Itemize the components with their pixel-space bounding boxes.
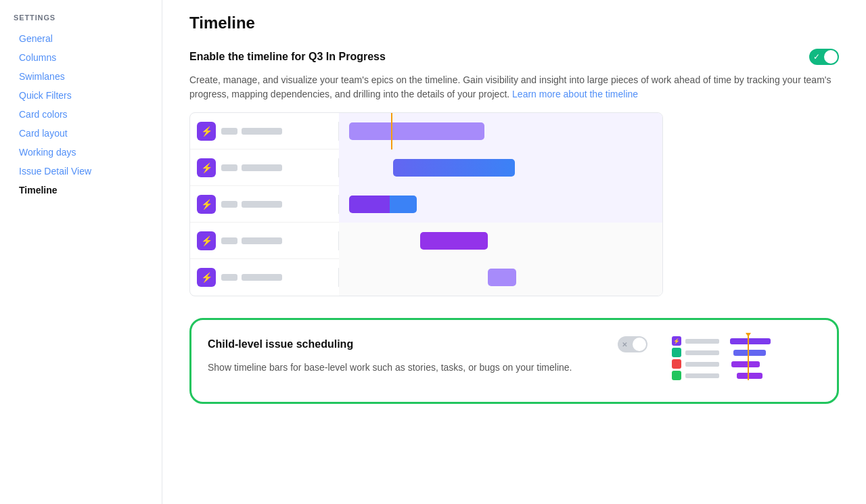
row-right-2: [339, 150, 662, 186]
row-right-1: [339, 113, 662, 150]
sidebar-item-general[interactable]: General: [14, 30, 162, 47]
label-long-2: [242, 164, 282, 171]
child-section-preview: ⚡: [672, 336, 821, 380]
epic-icon-2: ⚡: [197, 158, 216, 177]
child-section-title: Child-level issue scheduling: [208, 338, 353, 350]
sidebar-item-card-layout[interactable]: Card layout: [14, 124, 162, 142]
row-left-1: ⚡: [190, 122, 339, 141]
mini-label-1: [685, 339, 719, 344]
timeline-row-3: ⚡: [190, 186, 662, 223]
label-small-3: [221, 201, 237, 208]
app-layout: SETTINGS General Columns Swimlanes Quick…: [0, 0, 866, 504]
sidebar-item-swimlanes[interactable]: Swimlanes: [14, 68, 162, 85]
learn-more-link[interactable]: Learn more about the timeline: [512, 89, 638, 99]
timeline-marker: [391, 113, 392, 150]
enable-section-description: Create, manage, and visualize your team'…: [189, 73, 839, 101]
settings-label: SETTINGS: [14, 14, 162, 22]
enable-timeline-toggle[interactable]: ✓: [809, 49, 839, 65]
epic-icon-1: ⚡: [197, 122, 216, 141]
mini-bar-3: [731, 361, 760, 367]
timeline-row-4: ⚡: [190, 223, 662, 259]
mini-icon-green2: [672, 371, 681, 380]
mini-label-4: [685, 373, 719, 378]
mini-bar-2: [733, 350, 766, 356]
sidebar-item-working-days[interactable]: Working days: [14, 143, 162, 161]
enable-section-header: Enable the timeline for Q3 In Progress ✓: [189, 49, 839, 65]
label-long-4: [242, 237, 282, 244]
mini-label-3: [685, 362, 719, 367]
mini-bar-area-3: [723, 359, 821, 369]
mini-row-epic: ⚡: [672, 336, 821, 346]
main-content: Timeline Enable the timeline for Q3 In P…: [162, 0, 866, 504]
epic-bar-2: [393, 159, 515, 177]
sidebar-item-quick-filters[interactable]: Quick Filters: [14, 87, 162, 104]
child-section-description: Show timeline bars for base-level work s…: [208, 361, 647, 375]
mini-bar-area-1: [723, 336, 821, 346]
epic-icon-5: ⚡: [197, 268, 216, 287]
sidebar-item-issue-detail-view[interactable]: Issue Detail View: [14, 162, 162, 180]
row-labels-5: [221, 274, 282, 281]
row-left-3: ⚡: [190, 195, 339, 214]
timeline-illustration: ⚡: [189, 112, 663, 296]
row-labels-2: [221, 164, 282, 171]
mini-icon-red: [672, 359, 681, 369]
label-small-5: [221, 274, 237, 281]
enable-timeline-section: Enable the timeline for Q3 In Progress ✓…: [189, 49, 839, 296]
child-section-header: Child-level issue scheduling ✕: [208, 336, 647, 352]
sidebar-item-timeline[interactable]: Timeline: [14, 181, 162, 199]
mini-row-bug: [672, 359, 821, 369]
row-labels-3: [221, 201, 282, 208]
mini-marker-arrow: [746, 333, 751, 337]
child-scheduling-section: Child-level issue scheduling ✕ Show time…: [189, 318, 839, 404]
toggle-off-thumb: [633, 338, 646, 351]
row-labels-4: [221, 237, 282, 244]
mini-bar-1: [730, 338, 771, 344]
timeline-row-5: ⚡: [190, 259, 662, 296]
epic-bar-1: [349, 122, 484, 140]
row-right-4: [339, 223, 662, 259]
label-small-4: [221, 237, 237, 244]
row-left-5: ⚡: [190, 268, 339, 287]
mini-timeline-wrapper: ⚡: [672, 336, 821, 380]
mini-row-task: [672, 371, 821, 380]
label-small-1: [221, 128, 237, 135]
mini-row-story: [672, 348, 821, 357]
epic-bar-3: [349, 196, 417, 213]
mini-icon-purple: ⚡: [672, 336, 681, 346]
mini-bar-4: [737, 373, 762, 379]
page-title: Timeline: [189, 14, 839, 32]
child-scheduling-toggle[interactable]: ✕: [618, 336, 647, 352]
mini-timeline: ⚡: [672, 336, 821, 380]
sidebar: SETTINGS General Columns Swimlanes Quick…: [0, 0, 162, 504]
label-long-1: [242, 128, 282, 135]
row-left-4: ⚡: [190, 231, 339, 250]
row-left-2: ⚡: [190, 158, 339, 177]
mini-bar-area-4: [723, 371, 821, 380]
sidebar-item-card-colors[interactable]: Card colors: [14, 106, 162, 123]
epic-bar-5: [488, 269, 516, 286]
enable-section-title: Enable the timeline for Q3 In Progress: [189, 51, 386, 63]
child-section-inner: Child-level issue scheduling ✕ Show time…: [208, 336, 821, 386]
timeline-row-2: ⚡: [190, 150, 662, 186]
epic-icon-4: ⚡: [197, 231, 216, 250]
marker-arrow: [387, 112, 396, 114]
label-long-5: [242, 274, 282, 281]
label-small-2: [221, 164, 237, 171]
timeline-rows: ⚡: [190, 113, 662, 296]
mini-marker-line: [748, 336, 749, 380]
mini-label-2: [685, 350, 719, 355]
timeline-row-1: ⚡: [190, 113, 662, 150]
epic-bar-4: [420, 232, 488, 250]
child-section-text: Child-level issue scheduling ✕ Show time…: [208, 336, 647, 386]
toggle-check-icon: ✓: [813, 52, 820, 62]
row-labels-1: [221, 128, 282, 135]
row-right-5: [339, 259, 662, 296]
mini-icon-green: [672, 348, 681, 357]
epic-icon-3: ⚡: [197, 195, 216, 214]
sidebar-item-columns[interactable]: Columns: [14, 49, 162, 66]
label-long-3: [242, 201, 282, 208]
mini-bar-area-2: [723, 348, 821, 357]
row-right-3: [339, 186, 662, 223]
toggle-x-icon: ✕: [622, 341, 627, 348]
toggle-thumb: [824, 50, 838, 64]
